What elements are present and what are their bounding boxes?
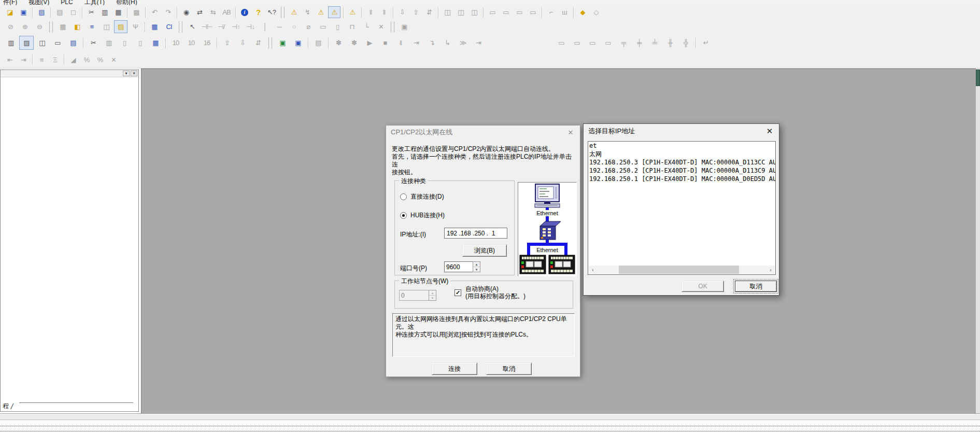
select-mode-icon[interactable]: ↖	[186, 20, 199, 33]
close-icon[interactable]: ✕	[760, 124, 779, 138]
partial-transfer-icon[interactable]: ◫	[441, 6, 453, 18]
section-list-icon[interactable]: ▤	[114, 20, 127, 33]
find-icon[interactable]: ◉	[180, 6, 192, 18]
align-middle-icon[interactable]: ╪	[632, 36, 646, 50]
grid-toggle-icon[interactable]: ▦	[56, 20, 69, 33]
menu-item[interactable]: 件(F)	[3, 0, 17, 5]
replace-icon[interactable]: ⇄	[193, 6, 206, 18]
paste-attributes-icon[interactable]: ▩	[130, 6, 143, 18]
dialog-title-bar[interactable]: CP1/CP2以太网在线 ✕	[386, 126, 580, 139]
outdent-icon[interactable]: ⇤	[4, 54, 16, 66]
step-in-icon[interactable]: ↴	[424, 36, 439, 50]
release-password-icon[interactable]: ◇	[590, 6, 602, 18]
window-1up-icon[interactable]: ▭	[554, 36, 569, 50]
compile-check-icon[interactable]: ▤	[35, 6, 48, 18]
ci-dialog-icon[interactable]: CI	[162, 20, 176, 33]
new-reverse-instruction-icon[interactable]: ▯	[331, 20, 344, 33]
monitor-sampling-icon[interactable]: ◫	[455, 6, 467, 18]
ip-list-item[interactable]: 太网	[588, 150, 775, 158]
change-all-icon[interactable]: AB	[220, 6, 233, 18]
distribute-h-icon[interactable]: ╬	[678, 36, 693, 50]
target-ip-listbox[interactable]: et太网192.168.250.3 [CP1H-EX40DT-D] MAC:00…	[588, 141, 776, 275]
undo-icon[interactable]: ↶	[148, 6, 161, 18]
online-check-icon[interactable]: ↯	[301, 6, 314, 18]
transfer-to-plc-icon[interactable]: ⇩	[396, 6, 408, 18]
distribute-v-icon[interactable]: ╫	[663, 36, 677, 50]
force-on-icon[interactable]: ⇧	[220, 36, 234, 50]
pause-icon[interactable]: ‖	[378, 6, 390, 18]
spinner-arrows[interactable]: ▲ ▼	[429, 290, 436, 301]
spin-up-icon[interactable]: ▲	[473, 262, 480, 267]
hub-connection-radio[interactable]: HUB连接(H)	[400, 211, 445, 220]
checkbox-checked-icon[interactable]: ✓	[455, 289, 461, 296]
print-preview-icon[interactable]: ◻	[67, 6, 79, 18]
align-top-icon[interactable]: ╤	[616, 36, 631, 50]
auto-negotiate-checkbox[interactable]: ✓	[455, 289, 461, 296]
scan-run-icon[interactable]: ⇥	[471, 36, 486, 50]
cut-icon[interactable]: ✂	[85, 6, 97, 18]
rung-wrap-icon[interactable]: Ψ	[129, 20, 142, 33]
change-value-icon[interactable]: %	[94, 54, 106, 66]
menu-item[interactable]: 帮助(H)	[116, 0, 137, 5]
function-block-icon[interactable]: ▣	[397, 20, 411, 33]
close-icon[interactable]: ✕	[561, 126, 580, 139]
cancel-button[interactable]: 取消	[735, 281, 777, 292]
panel-close-button[interactable]: ✕	[131, 71, 137, 76]
section-paste-icon[interactable]: ▯	[117, 36, 132, 50]
new-coil-icon[interactable]: ○	[287, 20, 301, 33]
work-online-simulator-icon[interactable]: ▣	[275, 36, 290, 50]
ip-address-input[interactable]	[444, 228, 507, 239]
annotation-icon[interactable]: Ξ	[49, 54, 61, 66]
new-contact-icon[interactable]: ⊣⊢	[200, 20, 214, 33]
pause-simulator-icon[interactable]: ✽	[331, 36, 346, 50]
return-icon[interactable]: ↵	[699, 36, 713, 50]
vertical-scrollbar-thumb[interactable]	[976, 69, 980, 86]
compare-with-plc-icon[interactable]: ⇵	[423, 6, 435, 18]
spinner-arrows[interactable]: ▲ ▼	[473, 261, 480, 272]
mnemonic-window-icon[interactable]: ◫	[35, 36, 49, 50]
port-number-input[interactable]	[444, 261, 473, 272]
zoom-in-icon[interactable]: ⊕	[18, 20, 32, 33]
menu-item[interactable]: 视图(V)	[29, 0, 49, 5]
new-up-contact-icon[interactable]: ⊣↑	[229, 20, 243, 33]
info-icon[interactable]: i	[238, 6, 251, 18]
port-number-spinner[interactable]: ▲ ▼	[444, 261, 480, 272]
run-icon[interactable]: ▶	[362, 36, 377, 50]
step-run-icon[interactable]: ⇥	[409, 36, 423, 50]
ladder-view-icon[interactable]: ▨	[19, 36, 34, 50]
io-table-icon[interactable]: ▯	[133, 36, 147, 50]
radio-selected-icon[interactable]	[400, 212, 407, 219]
pause-program-icon[interactable]: ‖	[393, 36, 408, 50]
new-down-contact-icon[interactable]: ⊣↓	[244, 20, 257, 33]
align-bottom-icon[interactable]: ╧	[647, 36, 662, 50]
direct-connection-radio[interactable]: 直接连接(D)	[400, 192, 444, 201]
section-copy-icon[interactable]: ▥	[102, 36, 116, 50]
ip-list-item[interactable]: et	[588, 142, 775, 150]
transfer-options-icon[interactable]: ▤	[311, 36, 325, 50]
check-program-icon[interactable]: ⚠	[288, 6, 300, 18]
float-view-icon[interactable]: ▭	[50, 36, 65, 50]
memory-view-icon[interactable]: ▦	[148, 36, 163, 50]
dialog-title-bar[interactable]: 选择目标IP地址 ✕	[584, 124, 779, 138]
new-instruction-icon[interactable]: ▭	[316, 20, 330, 33]
pause-flag-icon[interactable]: ‖	[364, 6, 377, 18]
toolbar-grip[interactable]	[281, 7, 285, 18]
mnemonics-view-icon[interactable]: ▦	[148, 20, 161, 33]
rung-comment-icon[interactable]: ≡	[35, 54, 48, 66]
toolbar-grip[interactable]	[179, 21, 182, 33]
set-password-icon[interactable]: ◆	[576, 6, 589, 18]
clear-value-icon[interactable]: ✕	[107, 54, 120, 66]
window-3up-icon[interactable]: ▭	[585, 36, 600, 50]
find-symbol-icon[interactable]: ⇆	[207, 6, 219, 18]
node-number-spinner[interactable]: ▲ ▼	[399, 290, 436, 301]
zoom-out-icon[interactable]: ⊖	[33, 20, 46, 33]
watch-window-icon[interactable]: ▭	[500, 6, 512, 18]
properties-icon[interactable]: ▤	[66, 36, 80, 50]
step-out-icon[interactable]: ↳	[440, 36, 455, 50]
horizontal-scrollbar[interactable]: ‹ ›	[589, 266, 775, 274]
project-tab[interactable]: 程 /	[2, 402, 13, 411]
node-number-input[interactable]	[399, 290, 429, 301]
spin-down-icon[interactable]: ▼	[473, 267, 480, 272]
help-icon[interactable]: ?	[252, 6, 264, 18]
open-project-icon[interactable]: ◪	[4, 6, 16, 18]
